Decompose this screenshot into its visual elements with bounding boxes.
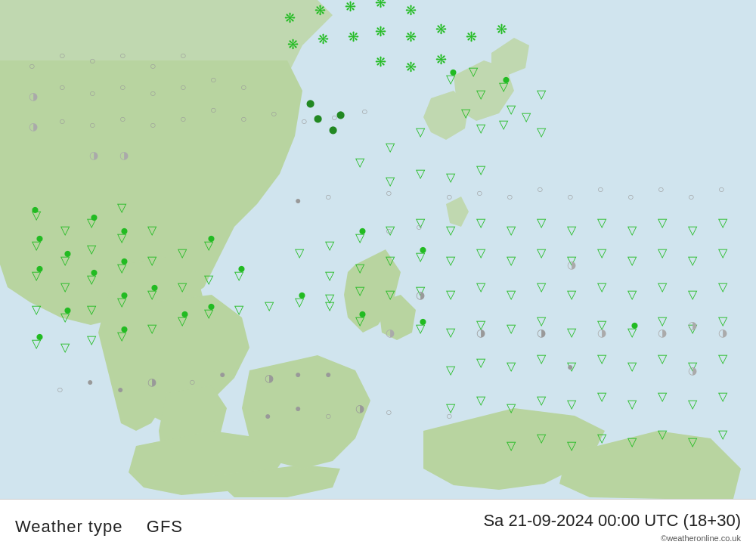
svg-text:⬤: ⬤ bbox=[36, 265, 43, 272]
svg-text:▽: ▽ bbox=[147, 224, 157, 237]
svg-text:●: ● bbox=[325, 368, 331, 380]
svg-text:○: ○ bbox=[150, 87, 156, 99]
svg-text:○: ○ bbox=[57, 383, 63, 395]
svg-text:○: ○ bbox=[271, 107, 277, 119]
svg-text:○: ○ bbox=[627, 190, 634, 203]
svg-text:○: ○ bbox=[476, 187, 482, 199]
svg-text:▽: ▽ bbox=[597, 390, 607, 403]
svg-text:▽: ▽ bbox=[658, 314, 668, 327]
weather-title: Weather type GFS bbox=[15, 517, 183, 537]
svg-text:▽: ▽ bbox=[386, 254, 395, 267]
svg-text:◑: ◑ bbox=[658, 327, 667, 339]
svg-text:○: ○ bbox=[325, 410, 331, 422]
svg-text:▽: ▽ bbox=[507, 103, 516, 116]
svg-text:◑: ◑ bbox=[688, 319, 697, 331]
svg-text:●: ● bbox=[567, 361, 573, 373]
svg-text:▽: ▽ bbox=[718, 352, 728, 365]
svg-text:▽: ▽ bbox=[416, 125, 426, 138]
svg-text:▽: ▽ bbox=[117, 201, 127, 214]
svg-text:○: ○ bbox=[446, 410, 452, 422]
svg-text:▽: ▽ bbox=[507, 401, 516, 414]
svg-text:▽: ▽ bbox=[537, 280, 547, 293]
svg-text:⬤: ⬤ bbox=[329, 125, 337, 135]
svg-text:▽: ▽ bbox=[567, 326, 577, 339]
svg-text:⬤: ⬤ bbox=[306, 99, 314, 108]
svg-text:⬤: ⬤ bbox=[359, 311, 366, 317]
svg-text:⬤: ⬤ bbox=[36, 235, 43, 242]
svg-text:❋: ❋ bbox=[314, 3, 326, 18]
svg-text:▽: ▽ bbox=[507, 360, 516, 373]
svg-text:▽: ▽ bbox=[476, 122, 486, 135]
svg-text:▽: ▽ bbox=[658, 428, 668, 441]
svg-text:⬤: ⬤ bbox=[450, 69, 457, 76]
svg-text:▽: ▽ bbox=[718, 280, 728, 293]
svg-text:▽: ▽ bbox=[688, 398, 698, 410]
svg-text:◑: ◑ bbox=[89, 149, 98, 161]
svg-text:▽: ▽ bbox=[537, 246, 547, 259]
svg-text:▽: ▽ bbox=[476, 394, 486, 407]
svg-text:▽: ▽ bbox=[597, 246, 607, 259]
svg-text:▽: ▽ bbox=[147, 254, 157, 267]
svg-text:⬤: ⬤ bbox=[91, 269, 98, 276]
svg-text:▽: ▽ bbox=[355, 284, 365, 297]
svg-text:❋: ❋ bbox=[345, 0, 356, 14]
svg-text:▽: ▽ bbox=[60, 341, 70, 354]
svg-text:⬤: ⬤ bbox=[121, 258, 128, 265]
bottom-right-info: Sa 21-09-2024 00:00 UTC (18+30) ©weather… bbox=[483, 511, 741, 543]
svg-text:◑: ◑ bbox=[29, 120, 38, 132]
svg-text:○: ○ bbox=[59, 49, 65, 61]
svg-text:○: ○ bbox=[89, 87, 95, 99]
svg-text:▽: ▽ bbox=[507, 224, 516, 237]
svg-text:●: ● bbox=[295, 402, 301, 414]
svg-text:▽: ▽ bbox=[178, 246, 187, 259]
svg-text:❋: ❋ bbox=[284, 11, 296, 26]
svg-text:○: ○ bbox=[416, 221, 422, 233]
svg-text:▽: ▽ bbox=[476, 280, 486, 293]
svg-text:▽: ▽ bbox=[537, 314, 547, 327]
svg-text:▽: ▽ bbox=[597, 216, 607, 229]
bottom-bar: Weather type GFS Sa 21-09-2024 00:00 UTC… bbox=[0, 499, 756, 554]
svg-text:▽: ▽ bbox=[627, 435, 637, 448]
svg-text:▽: ▽ bbox=[597, 432, 607, 444]
svg-text:▽: ▽ bbox=[507, 439, 516, 452]
svg-text:▽: ▽ bbox=[416, 167, 426, 180]
svg-text:▽: ▽ bbox=[234, 303, 244, 316]
svg-text:▽: ▽ bbox=[60, 280, 70, 293]
svg-text:⬤: ⬤ bbox=[91, 214, 98, 221]
svg-text:⬤: ⬤ bbox=[208, 303, 215, 310]
svg-text:▽: ▽ bbox=[627, 254, 637, 267]
svg-text:❋: ❋ bbox=[375, 0, 386, 11]
svg-text:▽: ▽ bbox=[32, 303, 42, 316]
svg-text:▽: ▽ bbox=[446, 288, 456, 301]
svg-text:▽: ▽ bbox=[718, 428, 728, 441]
svg-text:▽: ▽ bbox=[178, 280, 187, 293]
svg-text:⬤: ⬤ bbox=[238, 265, 245, 272]
svg-text:⬤: ⬤ bbox=[181, 311, 188, 317]
svg-text:▽: ▽ bbox=[386, 288, 395, 301]
svg-text:❋: ❋ bbox=[496, 22, 507, 37]
svg-text:◑: ◑ bbox=[386, 327, 395, 339]
svg-text:▽: ▽ bbox=[446, 224, 456, 237]
watermark-label: ©weatheronline.co.uk bbox=[661, 534, 741, 543]
svg-text:○: ○ bbox=[301, 115, 307, 127]
svg-text:○: ○ bbox=[180, 113, 186, 125]
svg-text:❋: ❋ bbox=[435, 22, 447, 37]
svg-text:▽: ▽ bbox=[507, 288, 516, 301]
svg-text:○: ○ bbox=[507, 190, 513, 203]
svg-text:▽: ▽ bbox=[537, 394, 547, 407]
svg-text:▽: ▽ bbox=[537, 88, 547, 101]
svg-text:❋: ❋ bbox=[405, 29, 417, 45]
svg-text:▽: ▽ bbox=[446, 326, 456, 339]
svg-text:●: ● bbox=[265, 410, 271, 422]
svg-text:●: ● bbox=[87, 376, 93, 388]
svg-text:○: ○ bbox=[386, 187, 392, 199]
svg-text:▽: ▽ bbox=[567, 439, 577, 452]
svg-text:▽: ▽ bbox=[658, 390, 668, 403]
svg-text:○: ○ bbox=[240, 113, 246, 125]
svg-text:▽: ▽ bbox=[627, 224, 637, 237]
svg-text:▽: ▽ bbox=[688, 254, 698, 267]
svg-text:▽: ▽ bbox=[567, 224, 577, 237]
svg-text:●: ● bbox=[117, 383, 123, 395]
svg-text:▽: ▽ bbox=[295, 246, 305, 259]
svg-text:▽: ▽ bbox=[446, 171, 456, 184]
